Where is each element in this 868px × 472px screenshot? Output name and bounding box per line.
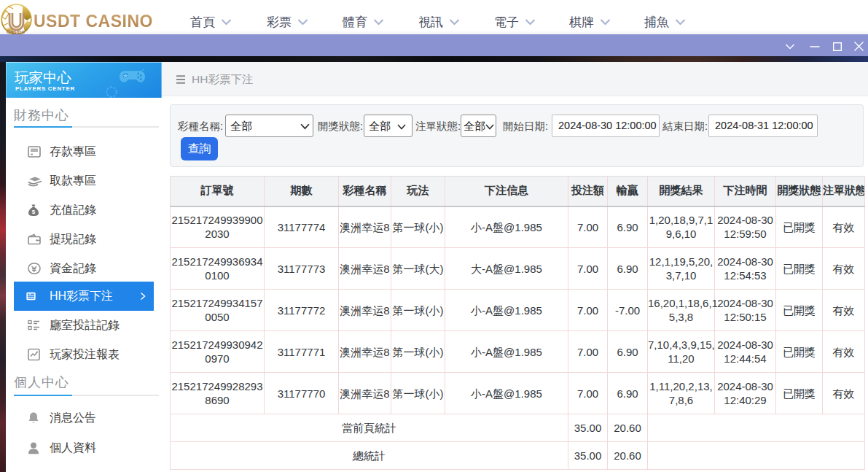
svg-text:$: $ [32,209,36,215]
